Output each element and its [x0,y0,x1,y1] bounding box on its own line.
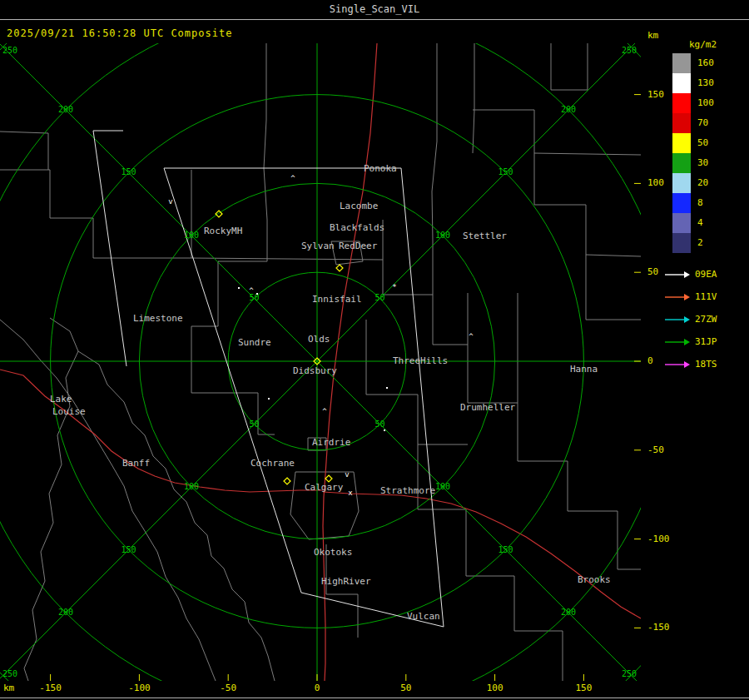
radar-site-legend: 09EA111V27ZW31JP18TS [664,263,717,375]
place-label: Lake [50,394,72,405]
right-axis-tick-label: 0 [647,355,653,366]
bottom-axis-tick-label: -100 [128,683,151,693]
range-ring-label: 100 [435,231,450,240]
county-boundary [50,318,275,681]
bottom-axis-tick-label: 0 [315,683,320,693]
range-ring-label: 200 [561,105,576,114]
star-marker-icon: * [392,283,396,291]
colorbar-value-label: 2 [697,238,703,248]
colorbar-value-label: 30 [697,158,708,168]
place-label: Brooks [578,574,611,585]
place-label: Blackfalds [330,222,384,233]
colorbar-swatch [672,173,691,193]
place-label: Calgary [305,482,344,493]
town-dot-marker [268,398,270,400]
colorbar-entry: 8 [672,193,739,213]
range-ring-label: 250 [622,669,637,678]
radar-id-label: 18TS [695,359,717,370]
colorbar-units-label: kg/m2 [689,39,717,50]
right-axis-tick-label: -50 [647,444,664,455]
bottom-axis-tick-label: 50 [400,683,411,693]
radar-arrow-icon [664,292,691,302]
place-label: RockyMH [204,226,242,236]
caret-marker-icon: ^ [322,407,327,415]
place-label: Vulcan [407,611,440,622]
range-ring-label: 50 [249,293,259,302]
colorbar-entry: 4 [672,213,739,233]
county-boundary [191,261,275,434]
place-label: Louise [52,406,86,417]
right-axis-tick-label: -100 [647,534,670,544]
place-label: Strathmore [380,485,435,496]
bottom-axis-tick-label: -150 [39,683,62,693]
place-label: Innisfail [312,294,362,305]
radar-site-diamond-icon [284,478,290,484]
v-marker-icon: v [168,197,172,206]
place-label: Sylvan [301,241,335,251]
place-label: Drumheller [460,402,516,413]
bottom-axis-tick-label: 150 [575,683,592,693]
range-ring-label: 50 [249,420,259,429]
colorbar-entry: 70 [672,113,739,133]
town-dot-marker [386,387,388,389]
highway-line [0,370,323,492]
colorbar-entry: 2 [672,233,739,253]
range-ring-label: 250 [2,46,17,55]
x-marker-icon: x [348,489,353,497]
window-bottom-border [0,698,749,698]
colorbar-entry: 130 [672,73,739,93]
radar-id-label: 27ZW [695,314,717,325]
town-dot-marker [384,429,385,431]
radar-arrow-icon [664,360,691,370]
colorbar-swatch [672,73,691,93]
county-boundary [191,258,383,260]
bottom-axis-tick-label: 100 [487,683,503,693]
right-axis-tick-label: 100 [647,177,664,188]
colorbar-entry: 100 [672,93,739,113]
county-boundary [418,444,563,681]
range-ring-label: 200 [58,608,73,617]
place-label: Lacombe [340,201,378,211]
county-boundary [433,283,641,569]
range-ring-label: 100 [435,482,450,491]
range-ring-label: 150 [499,545,513,554]
county-boundary [0,170,191,258]
radar-legend-row: 111V [664,285,717,308]
range-ring-label: 250 [2,669,17,678]
county-boundary [586,255,641,320]
county-boundary [264,43,267,261]
range-ring-label: 100 [184,231,199,240]
colorbar-swatch [672,233,691,253]
scan-timestamp: 2025/09/21 16:50:28 UTC Composite [7,27,232,39]
town-dot-marker [256,293,258,295]
place-label: Hanna [570,364,598,375]
bottom-axis-tick-label: -50 [220,683,236,693]
range-ring-label: 150 [499,167,513,176]
radar-id-label: 09EA [695,269,717,280]
radar-legend-row: 18TS [664,353,717,375]
place-label: RedDeer [339,241,378,251]
colorbar-swatch [672,93,691,113]
radar-legend-row: 09EA [664,263,717,285]
range-ring-label: 150 [121,167,136,176]
colorbar-value-label: 20 [697,178,708,188]
colorbar-value-label: 100 [697,98,714,108]
range-ring-label: 200 [561,608,576,617]
county-boundary [432,43,437,283]
county-boundary [473,110,641,155]
radar-arrow-icon [664,337,691,347]
right-axis-tick-label: 50 [647,266,658,277]
colorbar-swatch [672,53,691,73]
place-label: Olds [308,334,330,345]
place-label: Banff [122,458,150,469]
place-label: Didsbury [293,365,337,376]
place-label: Airdrie [312,437,350,448]
range-ring-label: 200 [58,105,73,114]
colorbar-swatch [672,113,691,133]
colorbar-value-label: 160 [697,58,714,68]
place-label: Ponoka [364,163,397,174]
radar-site-diamond-icon [336,265,343,271]
caret-marker-icon: ^ [290,174,295,182]
window-title: Single_Scan_VIL [0,0,749,20]
colorbar-entry: 20 [672,173,739,193]
